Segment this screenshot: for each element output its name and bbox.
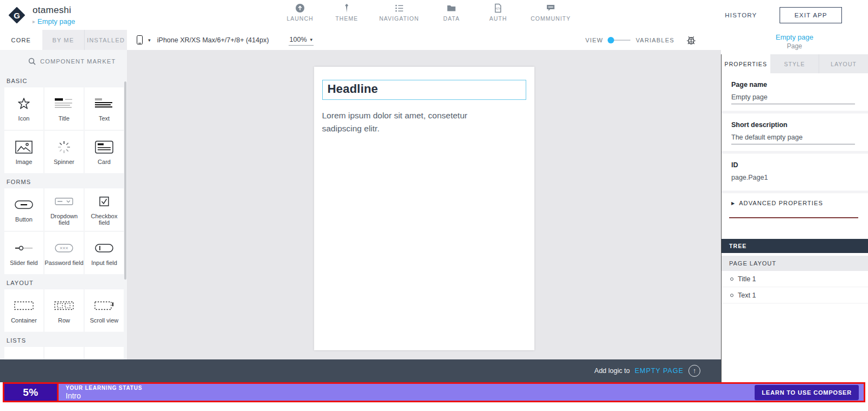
component-sidebar: CORE BY ME INSTALLED BASIC: [0, 30, 127, 359]
tree-root-page-layout[interactable]: PAGE LAYOUT: [722, 256, 868, 271]
component-card-spinner[interactable]: Spinner: [44, 131, 84, 173]
nav-theme[interactable]: THEME: [333, 3, 361, 22]
appgyver-logo-icon: G: [9, 7, 25, 23]
tab-layout[interactable]: LAYOUT: [819, 54, 868, 73]
add-logic-target-link[interactable]: EMPTY PAGE: [635, 367, 684, 375]
data-icon: [446, 3, 456, 13]
learning-percent-badge: 5%: [4, 384, 59, 401]
sidebar-scrollbar[interactable]: [124, 81, 126, 280]
bottom-strip: [0, 402, 868, 411]
component-card-input-field[interactable]: Input field: [85, 232, 124, 274]
page-id-value: page.Page1: [731, 174, 855, 184]
community-icon: [546, 3, 556, 13]
nav-navigation[interactable]: NAVIGATION: [379, 3, 419, 22]
panel-divider: [729, 217, 858, 218]
nav-community[interactable]: COMMUNITY: [531, 3, 571, 22]
password-field-icon: ×××: [55, 240, 73, 256]
component-list: BASIC Icon Title: [0, 72, 127, 359]
button-icon: [15, 197, 33, 213]
search-input[interactable]: [40, 58, 122, 65]
collapse-triangle-icon: ▶: [731, 201, 735, 206]
design-canvas[interactable]: Headline Lorem ipsum dolor sit amet, con…: [127, 50, 721, 359]
tree-node-title-1[interactable]: Title 1: [722, 271, 868, 287]
section-title-forms: FORMS: [7, 179, 124, 185]
view-variables-toggle[interactable]: [609, 40, 630, 41]
image-icon: [15, 139, 33, 155]
tree-node-text-1[interactable]: Text 1: [722, 287, 868, 303]
component-card-title[interactable]: Title: [44, 87, 84, 130]
component-card-card[interactable]: Card: [85, 131, 124, 173]
slider-icon: [15, 240, 33, 256]
component-card-icon[interactable]: Icon: [4, 87, 43, 130]
svg-text:×××: ×××: [60, 245, 68, 251]
component-card-container[interactable]: Container: [4, 289, 43, 332]
expand-logic-icon[interactable]: ↑: [688, 365, 700, 377]
title-lines-icon: [55, 96, 73, 112]
logic-bar: Add logic to EMPTY PAGE ↑: [0, 359, 721, 382]
component-card-button[interactable]: Button: [4, 188, 43, 231]
exit-app-button[interactable]: EXIT APP: [780, 7, 842, 23]
auth-icon: </>: [493, 3, 503, 13]
zoom-selector[interactable]: 100% ▾: [289, 35, 314, 46]
field-label-short-description: Short description: [731, 121, 858, 129]
component-card-text[interactable]: Text: [85, 87, 124, 130]
page-name-input[interactable]: Empty page: [731, 93, 855, 104]
selected-title-component[interactable]: Headline: [322, 80, 526, 100]
breadcrumb[interactable]: ▸ Empty page: [33, 17, 75, 26]
component-card-checkbox-field[interactable]: Checkbox field: [85, 188, 124, 231]
learning-status-bar: 5% YOUR LEARNING STATUS Intro LEARN TO U…: [3, 382, 865, 402]
view-toggle-label: VIEW: [585, 37, 603, 43]
component-card-slider-field[interactable]: Slider field: [4, 232, 43, 274]
input-field-icon: [95, 240, 113, 256]
section-title-lists: LISTS: [7, 337, 124, 344]
checkbox-icon: [99, 193, 109, 210]
component-card-cutoff[interactable]: [85, 347, 124, 359]
debug-bug-icon[interactable]: [686, 36, 696, 45]
section-title-layout: LAYOUT: [7, 280, 124, 286]
component-card-password-field[interactable]: ××× Password field: [44, 232, 84, 274]
nav-launch[interactable]: LAUNCH: [286, 3, 314, 22]
advanced-properties-toggle[interactable]: ▶ ADVANCED PROPERTIES: [722, 193, 868, 213]
node-circle-icon: [730, 294, 733, 297]
node-circle-icon: [730, 277, 733, 281]
device-phone-icon: [137, 35, 143, 45]
spinner-icon: [57, 139, 71, 155]
short-description-input[interactable]: The default empty page: [731, 134, 855, 144]
component-card-row[interactable]: Row: [44, 289, 84, 332]
component-card-dropdown-field[interactable]: Dropdown field: [44, 188, 84, 231]
phone-preview[interactable]: Headline Lorem ipsum dolor sit amet, con…: [314, 67, 534, 350]
device-selector[interactable]: iPhone XR/XS Max/6+/7+/8+ (414px): [157, 36, 269, 44]
tab-core[interactable]: CORE: [0, 30, 42, 50]
tab-style[interactable]: STYLE: [770, 54, 820, 73]
nav-auth[interactable]: </> AUTH: [484, 3, 512, 22]
brand-block: G otameshi ▸ Empty page: [0, 5, 174, 26]
learn-composer-button[interactable]: LEARN TO USE COMPOSER: [755, 385, 859, 400]
text-lines-icon: [95, 96, 113, 112]
chevron-right-icon: ▸: [33, 18, 35, 24]
paragraph-text[interactable]: Lorem ipsum dolor sit amet, consetetur s…: [322, 109, 497, 135]
component-search[interactable]: [0, 50, 127, 72]
panel-page-link[interactable]: Empty page: [721, 33, 868, 41]
toggle-knob[interactable]: [608, 37, 614, 43]
tab-properties[interactable]: PROPERTIES: [722, 54, 770, 73]
component-card-scroll-view[interactable]: Scroll view: [85, 289, 124, 332]
zoom-caret-icon: ▾: [310, 37, 313, 42]
variables-toggle-label: VARIABLES: [636, 37, 674, 43]
history-button[interactable]: HISTORY: [725, 12, 757, 18]
component-card-cutoff[interactable]: [4, 347, 43, 359]
app-header: G otameshi ▸ Empty page LAUNCH THEME: [0, 0, 868, 30]
tab-installed[interactable]: INSTALLED: [85, 30, 127, 50]
learning-status-value: Intro: [66, 391, 755, 400]
section-title-basic: BASIC: [7, 78, 124, 84]
star-icon: [17, 96, 30, 112]
app-title: otameshi: [33, 5, 75, 16]
device-caret-icon[interactable]: ▾: [148, 37, 151, 43]
tree-header: TREE: [722, 239, 868, 253]
component-card-cutoff[interactable]: [44, 347, 84, 359]
nav-data[interactable]: DATA: [437, 3, 465, 22]
tab-by-me[interactable]: BY ME: [42, 30, 85, 50]
row-icon: [54, 298, 74, 314]
component-card-image[interactable]: Image: [4, 131, 43, 173]
add-logic-label: Add logic to: [595, 367, 630, 375]
headline-text: Headline: [328, 82, 521, 96]
